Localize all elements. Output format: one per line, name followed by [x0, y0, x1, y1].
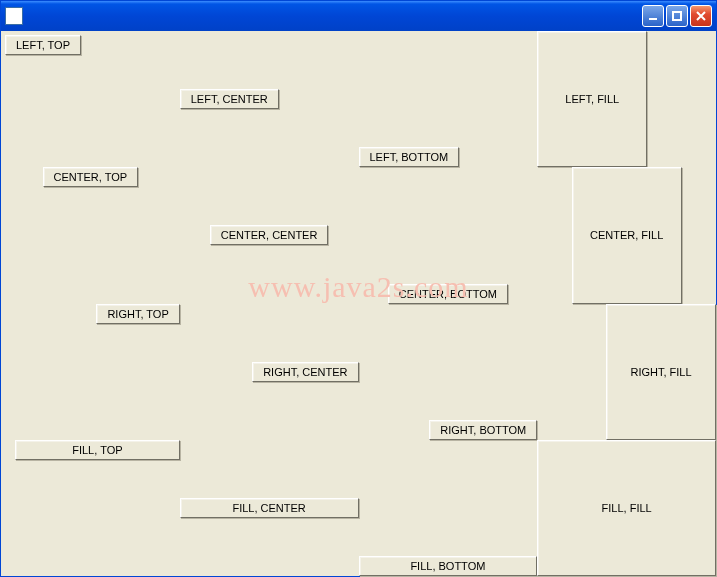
- minimize-icon: [647, 10, 659, 22]
- svg-rect-0: [649, 18, 657, 20]
- maximize-button[interactable]: [666, 5, 688, 27]
- window-controls: [642, 5, 712, 27]
- cell-right-center: RIGHT, CENTER: [180, 304, 359, 440]
- cell-left-center: LEFT, CENTER: [180, 31, 359, 167]
- button-center-top[interactable]: CENTER, TOP: [43, 167, 139, 187]
- app-icon: [5, 7, 23, 25]
- button-fill-bottom[interactable]: FILL, BOTTOM: [359, 556, 538, 576]
- button-right-top[interactable]: RIGHT, TOP: [96, 304, 179, 324]
- maximize-icon: [671, 10, 683, 22]
- close-button[interactable]: [690, 5, 712, 27]
- minimize-button[interactable]: [642, 5, 664, 27]
- cell-left-top: LEFT, TOP: [1, 31, 180, 167]
- button-center-bottom[interactable]: CENTER, BOTTOM: [388, 284, 508, 304]
- button-center-center[interactable]: CENTER, CENTER: [210, 225, 329, 245]
- cell-right-bottom: RIGHT, BOTTOM: [359, 304, 538, 440]
- close-icon: [695, 10, 707, 22]
- button-fill-top[interactable]: FILL, TOP: [15, 440, 180, 460]
- cell-left-bottom: LEFT, BOTTOM: [359, 31, 538, 167]
- client-area: www.java2s.com LEFT, TOP LEFT, CENTER LE…: [1, 31, 716, 576]
- cell-fill-bottom: FILL, BOTTOM: [359, 440, 538, 576]
- button-fill-fill[interactable]: FILL, FILL: [537, 440, 716, 576]
- button-right-center[interactable]: RIGHT, CENTER: [252, 362, 358, 382]
- button-left-top[interactable]: LEFT, TOP: [5, 35, 81, 55]
- button-center-fill[interactable]: CENTER, FILL: [572, 167, 682, 303]
- cell-center-top: CENTER, TOP: [1, 167, 180, 303]
- cell-fill-center: FILL, CENTER: [180, 440, 359, 576]
- titlebar: [1, 1, 716, 31]
- button-left-fill[interactable]: LEFT, FILL: [537, 31, 647, 167]
- svg-rect-1: [673, 12, 681, 20]
- cell-center-fill: CENTER, FILL: [537, 167, 716, 303]
- cell-fill-top: FILL, TOP: [1, 440, 180, 576]
- app-window: www.java2s.com LEFT, TOP LEFT, CENTER LE…: [0, 0, 717, 577]
- cell-center-bottom: CENTER, BOTTOM: [359, 167, 538, 303]
- button-right-fill[interactable]: RIGHT, FILL: [606, 304, 716, 440]
- button-left-center[interactable]: LEFT, CENTER: [180, 89, 279, 109]
- button-left-bottom[interactable]: LEFT, BOTTOM: [359, 147, 460, 167]
- cell-right-fill: RIGHT, FILL: [537, 304, 716, 440]
- cell-right-top: RIGHT, TOP: [1, 304, 180, 440]
- cell-fill-fill: FILL, FILL: [537, 440, 716, 576]
- button-fill-center[interactable]: FILL, CENTER: [180, 498, 359, 518]
- cell-center-center: CENTER, CENTER: [180, 167, 359, 303]
- button-right-bottom[interactable]: RIGHT, BOTTOM: [429, 420, 537, 440]
- cell-left-fill: LEFT, FILL: [537, 31, 716, 167]
